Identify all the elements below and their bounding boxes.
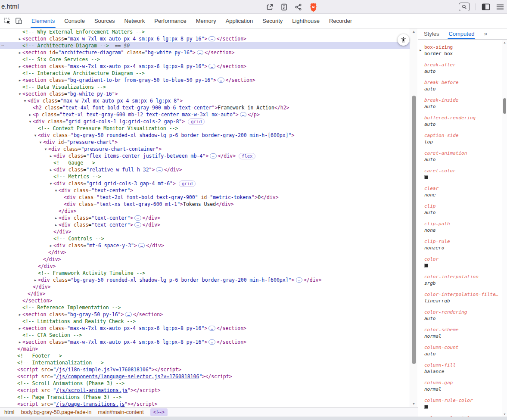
tree-row[interactable]: <!-- Page Transitions (Phase 3) --> [0, 394, 410, 401]
tree-row[interactable]: ▼<div class="pressure-chart-container"> [0, 146, 410, 152]
expand-arrow-icon[interactable]: ▶ [48, 167, 53, 174]
tree-row[interactable]: ▶<p class="text-xl text-gray-600 mb-12 t… [0, 111, 410, 118]
sidebar-toggle-icon[interactable] [482, 3, 490, 11]
breadcrumb-item[interactable]: html [4, 409, 15, 415]
tree-row[interactable]: <!-- Footer --> [0, 352, 410, 359]
scrollbar-thumb[interactable] [503, 98, 506, 114]
tree-row[interactable]: ▶<div class="text-center">…</div> [0, 221, 410, 228]
tree-row[interactable]: </section> [0, 297, 410, 304]
collapse-arrow-icon[interactable]: ▼ [48, 180, 53, 187]
tree-row[interactable]: <!-- Reference Implementation --> [0, 304, 410, 311]
expand-arrow-icon[interactable]: ▶ [33, 277, 38, 284]
computed-property[interactable]: color-schemenormal [424, 327, 503, 340]
inline-expand-button[interactable]: … [218, 78, 224, 83]
color-swatch[interactable] [424, 264, 428, 268]
tree-row[interactable]: </div> [0, 249, 410, 256]
inline-expand-button[interactable]: … [208, 36, 215, 41]
breadcrumb-item[interactable]: main#main-content [98, 409, 143, 415]
expand-arrow-icon[interactable]: ▶ [28, 112, 33, 118]
scroll-up-icon[interactable]: ▲ [502, 41, 507, 44]
tree-row[interactable]: <div class="text-2xl font-bold text-gray… [0, 194, 410, 201]
scroll-down-icon[interactable]: ▼ [502, 413, 507, 416]
devtools-tab-lighthouse[interactable]: Lighthouse [287, 14, 324, 28]
inline-expand-button[interactable]: … [208, 64, 215, 69]
tree-row[interactable]: <!-- Framework Activity Timeline --> [0, 270, 410, 277]
expand-arrow-icon[interactable]: ▶ [53, 215, 59, 222]
devtools-tab-console[interactable]: Console [59, 14, 90, 28]
menu-icon[interactable] [496, 3, 504, 11]
collapse-arrow-icon[interactable]: ▼ [38, 139, 43, 146]
tree-row[interactable]: <h2 class="text-4xl font-bold text-gray-… [0, 104, 410, 111]
tree-row[interactable]: <!-- Internationalization --> [0, 359, 410, 366]
tree-row[interactable]: ▶<div class="flex items-center justify-b… [0, 152, 410, 159]
brave-shield-icon[interactable] [309, 3, 317, 12]
tree-row[interactable]: </main> [0, 345, 410, 352]
inline-expand-button[interactable]: … [208, 339, 215, 345]
scroll-up-icon[interactable]: ▲ [410, 30, 417, 34]
tree-row[interactable]: <!-- Why External Enforcement Matters --… [0, 28, 410, 35]
scroll-down-icon[interactable]: ▼ [410, 402, 417, 406]
tree-row[interactable]: ▶<div class="mt-6 space-y-3">…</div> [0, 242, 410, 249]
tree-row[interactable]: ▼<div class="max-w-7xl mx-auto px-4 sm:p… [0, 97, 410, 104]
tree-row[interactable]: ▼<div class="bg-gray-50 rounded-xl shado… [0, 132, 410, 139]
inline-expand-button[interactable]: … [197, 50, 203, 55]
scrollbar-thumb[interactable] [412, 96, 416, 364]
tree-row[interactable]: <div class="text-xs text-gray-600 mt-1">… [0, 201, 410, 208]
tree-row[interactable]: </div> [0, 208, 410, 215]
inline-expand-button[interactable]: … [208, 326, 215, 331]
computed-property[interactable]: break-beforeauto [424, 79, 503, 93]
sidebar-scrollbar[interactable]: ▲ ▼ [502, 40, 507, 417]
tree-row[interactable]: <!-- CTA Section --> [0, 332, 410, 339]
tree-row[interactable]: <script src="/js/components/language-sel… [0, 373, 410, 380]
breadcrumb-item[interactable]: <!--> [150, 408, 168, 416]
inspect-icon[interactable] [3, 17, 11, 25]
devtools-tab-recorder[interactable]: Recorder [324, 14, 357, 28]
tree-row[interactable]: ▶<section class="bg-gray-50 py-16">…</se… [0, 311, 410, 318]
tree-row[interactable]: ▼<section class="bg-white py-16"> [0, 90, 410, 97]
devtools-tab-performance[interactable]: Performance [149, 14, 191, 28]
computed-property[interactable]: ▶box-sizingborder-box [424, 44, 503, 57]
tree-row[interactable]: ▼<div class="grid grid-cols-1 lg:grid-co… [0, 118, 410, 125]
computed-property[interactable]: break-insideauto [424, 97, 503, 110]
computed-property[interactable]: clearnone [424, 185, 503, 199]
tree-row-selected[interactable]: ⋯<!-- Architecture Diagram --> == $0 [0, 42, 410, 49]
open-in-new-icon[interactable] [266, 3, 274, 11]
computed-property[interactable]: clip-rulenonzero [424, 238, 503, 252]
tree-row[interactable]: ▶<section id="architecture-diagram" clas… [0, 49, 410, 56]
expand-arrow-icon[interactable]: ▶ [17, 63, 22, 70]
tree-row[interactable]: ▼<div class="text-center"> [0, 187, 410, 194]
tree-row[interactable]: <script src="/js/scroll-animations.js"><… [0, 387, 410, 394]
collapse-arrow-icon[interactable]: ▼ [53, 187, 59, 194]
computed-property[interactable]: buffered-renderingauto [424, 115, 503, 128]
collapse-arrow-icon[interactable]: ▼ [28, 118, 33, 125]
tree-row[interactable]: ▶<section class="max-w-7xl mx-auto px-4 … [0, 325, 410, 332]
devtools-tab-application[interactable]: Application [221, 14, 258, 28]
tree-row[interactable]: <!-- Data Visualizations --> [0, 84, 410, 90]
inline-expand-button[interactable]: … [134, 222, 141, 227]
tree-row[interactable]: ▼<div class="grid grid-cols-3 gap-4 mt-6… [0, 180, 410, 187]
computed-property[interactable]: column-rule-color [424, 397, 503, 411]
tree-row[interactable]: <!-- Controls --> [0, 235, 410, 242]
tree-row[interactable]: <!-- Metrics --> [0, 173, 410, 180]
devtools-tab-elements[interactable]: Elements [27, 14, 59, 28]
expand-arrow-icon[interactable]: ▶ [17, 50, 22, 56]
flex-badge[interactable]: flex [239, 153, 255, 159]
tree-row[interactable]: </div> [0, 228, 410, 235]
devtools-tab-network[interactable]: Network [120, 14, 150, 28]
computed-property[interactable]: caption-sidetop [424, 132, 503, 146]
collapse-arrow-icon[interactable]: ▼ [22, 98, 28, 105]
computed-property[interactable]: clip-pathnone [424, 221, 503, 234]
tree-row[interactable]: <!-- Six Core Services --> [0, 56, 410, 63]
tree-row[interactable]: <script src="/js/page-transitions.js"></… [0, 401, 410, 407]
collapse-arrow-icon[interactable]: ▼ [43, 146, 48, 153]
elements-scrollbar[interactable]: ▲ ▼ [410, 28, 417, 407]
tree-row[interactable]: <!-- Scroll Animations (Phase 3) --> [0, 380, 410, 387]
tree-row[interactable]: ▶<section class="bg-gradient-to-br from-… [0, 77, 410, 84]
tree-row[interactable]: ▼<div id="pressure-chart"> [0, 139, 410, 146]
color-swatch[interactable] [424, 405, 428, 409]
grid-badge[interactable]: grid [179, 180, 196, 187]
tree-row[interactable]: <!-- Limitations and Reality Check --> [0, 318, 410, 325]
tree-row[interactable]: <!-- Context Pressure Monitor Visualizat… [0, 125, 410, 132]
color-swatch[interactable] [424, 175, 428, 179]
tree-row[interactable]: ▶<section class="max-w-7xl mx-auto px-4 … [0, 35, 410, 42]
